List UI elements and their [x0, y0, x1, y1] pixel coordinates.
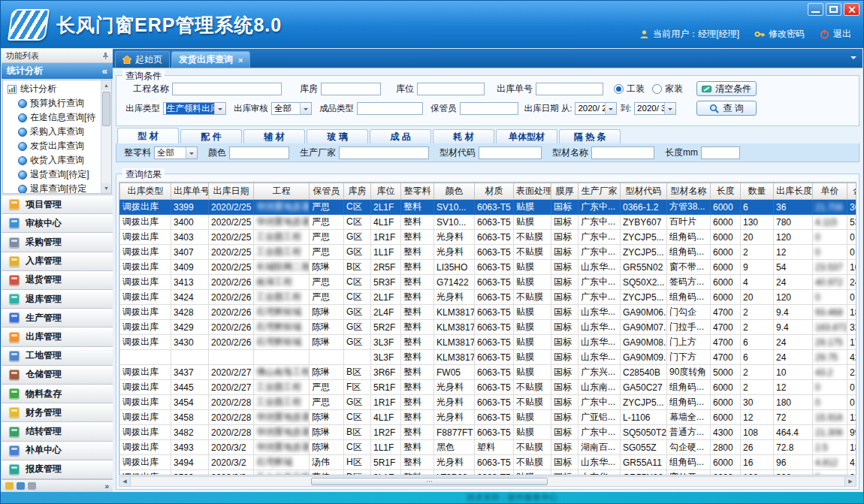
scroll-down-icon[interactable]: ▼ — [101, 183, 111, 193]
tab-home[interactable]: 起始页 — [115, 51, 170, 68]
column-header[interactable]: 库位 — [371, 183, 401, 200]
date-to-picker[interactable]: 2020/ 3/16 — [634, 102, 676, 115]
sidebar-menu-item[interactable]: 退货管理 — [2, 271, 113, 290]
sidebar-menu-item[interactable]: 审核中心 — [2, 214, 113, 233]
location-input[interactable] — [417, 83, 485, 95]
column-header[interactable]: 出库单号 — [171, 183, 209, 200]
tree-item[interactable]: 退库查询[待定 — [3, 182, 111, 194]
radio-gongzhuang[interactable]: 工装 — [614, 83, 645, 95]
tree-scrollbar[interactable]: ▲ ▼ — [101, 80, 111, 193]
material-tab[interactable]: 耗 材 — [433, 129, 494, 143]
audit-select[interactable]: 全部 — [271, 102, 312, 115]
sidebar-menu-item[interactable]: 物料盘存 — [2, 385, 113, 403]
length-input[interactable] — [701, 146, 740, 159]
table-row[interactable]: 调拨出库34542020/2/28工业园工程严思G区1R1F整料光身料6063-… — [120, 395, 857, 410]
table-row[interactable]: 调拨出库34302020/2/26石湾辉煌城陈琳G区3L3F整料KLM38176… — [120, 335, 857, 350]
chevron-right-icon[interactable]: » — [104, 482, 109, 490]
column-header[interactable]: 工程 — [254, 183, 310, 200]
maker-input[interactable] — [339, 146, 429, 159]
column-header[interactable]: 整零料 — [401, 183, 434, 200]
column-header[interactable]: 材质 — [475, 183, 514, 200]
sidebar-menu-item[interactable]: 结转管理 — [2, 422, 113, 441]
table-row[interactable]: 调拨出库34282020/2/26石湾辉煌城陈琳G区2L4F整料KLM38176… — [120, 305, 857, 320]
column-header[interactable]: 生产厂家 — [579, 183, 621, 200]
window-icon[interactable] — [28, 482, 36, 490]
column-header[interactable]: 长度 — [711, 183, 741, 200]
outbound-type-select[interactable]: 生产领料出库 — [163, 102, 226, 115]
sidebar-menu-item[interactable]: 财务管理 — [2, 403, 113, 422]
sidebar-menu-item[interactable]: 退库管理 — [2, 290, 113, 309]
radio-jiazhuang[interactable]: 家装 — [652, 83, 683, 95]
tree-item[interactable]: 发货出库查询 — [3, 139, 111, 153]
sidebar-menu-item[interactable]: 生产管理 — [2, 309, 113, 327]
table-row[interactable]: 调拨出库34932020/3/2华润置地原著陈琳C区1L1F整料黑色塑料不贴膜国… — [120, 440, 857, 455]
table-row[interactable]: 调拨出库34072020/2/25工业园工程严思G区1L1F整料光身料6063-… — [120, 245, 857, 260]
tree-item[interactable]: 预算执行查询 — [3, 96, 111, 110]
table-row[interactable]: 调拨出库34292020/2/26石湾辉煌城陈琳G区5R2F整料KLM38176… — [120, 320, 857, 335]
scrollbar-thumb[interactable] — [311, 478, 548, 485]
sidebar-menu-item[interactable]: 项目管理 — [2, 195, 113, 214]
tree-item[interactable]: 在途信息查询[待 — [3, 110, 111, 125]
material-tab[interactable]: 辅 材 — [243, 129, 305, 143]
table-row[interactable]: 调拨出库34372020/2/27佛山南海工程陈琳B区3R6F整料FW05606… — [120, 365, 857, 380]
table-row[interactable]: 调拨出库35002020/3/3工人公共工程曹佳D区3L1F整料LT3P6060… — [120, 470, 857, 476]
tree-item[interactable]: 采购入库查询 — [3, 125, 111, 139]
column-header[interactable]: 出库长度 — [774, 183, 813, 200]
close-button[interactable] — [844, 3, 859, 16]
change-password-button[interactable]: 修改密码 — [754, 28, 805, 41]
product-type-input[interactable] — [357, 102, 423, 115]
table-row[interactable]: 调拨出库34132020/2/26南湖工程严思C区5R3F整料G71422606… — [120, 275, 857, 290]
sidebar-menu-item[interactable]: 采购管理 — [2, 233, 113, 252]
date-from-picker[interactable]: 2020/ 2/16 — [575, 102, 617, 115]
column-header[interactable]: 颜色 — [434, 183, 475, 200]
collapse-icon[interactable]: « — [102, 65, 107, 77]
table-row[interactable]: 3L3F整料KLM38176063-T5贴膜国标山东华...GA90M09...… — [120, 350, 857, 365]
table-row[interactable]: 调拨出库33992020/2/25华润置地原著严思C区2L1F整料SV10...… — [120, 200, 857, 215]
column-header[interactable]: 型材名称 — [667, 183, 711, 200]
tab-outbound-query[interactable]: 发货出库查询 × — [171, 51, 250, 68]
keeper-input[interactable] — [460, 102, 518, 115]
material-tab[interactable]: 配 件 — [180, 129, 242, 143]
tab-close-icon[interactable]: × — [238, 56, 243, 65]
material-tab[interactable]: 单体型材 — [496, 129, 557, 143]
maximize-button[interactable] — [826, 3, 841, 16]
column-header[interactable]: 保管员 — [310, 183, 344, 200]
tree-item[interactable]: 收货入库查询 — [3, 153, 111, 167]
sidebar-section-header[interactable]: 统计分析 « — [2, 63, 113, 79]
sidebar-menu-item[interactable]: 工地管理 — [2, 347, 113, 366]
sidebar-menu-item[interactable]: 仓储管理 — [2, 366, 113, 385]
table-row[interactable]: 调拨出库34242020/2/26工业园工程严思C区2L1F整料光身料6063-… — [120, 290, 857, 305]
material-tab[interactable]: 成 品 — [370, 129, 431, 143]
minimize-button[interactable] — [808, 3, 823, 16]
column-header[interactable]: 出库类型 — [120, 183, 171, 200]
order-no-input[interactable] — [536, 83, 603, 95]
pin-icon[interactable] — [102, 53, 109, 59]
tree-item[interactable]: 退货查询[待定] — [3, 167, 111, 182]
scroll-up-icon[interactable]: ▲ — [101, 80, 111, 90]
computer-icon[interactable] — [17, 482, 25, 490]
horizontal-scrollbar[interactable]: ◀ ▶ — [119, 476, 856, 487]
sidebar-menu-item[interactable]: 入库管理 — [2, 252, 113, 271]
profile-name-input[interactable] — [591, 146, 654, 159]
warehouse-input[interactable] — [321, 83, 381, 95]
material-tab[interactable]: 隔 热 条 — [559, 129, 621, 143]
table-row[interactable]: 调拨出库34822020/2/28华润置地原著陈琳B区1R2F整料F8877FT… — [120, 425, 857, 440]
zhengling-select[interactable]: 全部 — [154, 146, 198, 159]
column-header[interactable]: 金额 — [847, 183, 857, 200]
column-header[interactable]: 单价 — [813, 183, 847, 200]
table-row[interactable]: 调拨出库34452020/2/27工业园工程严思F区5R1F整料光身料6063-… — [120, 380, 857, 395]
search-button[interactable]: 查 询 — [696, 101, 757, 116]
column-header[interactable]: 表面处理 — [514, 183, 551, 200]
tree-scrollbar-thumb[interactable] — [102, 92, 110, 126]
material-tab[interactable]: 玻 璃 — [307, 129, 368, 143]
column-header[interactable]: 数量 — [741, 183, 774, 200]
sidebar-menu-item[interactable]: 报废管理 — [2, 460, 113, 479]
color-input[interactable] — [229, 146, 289, 159]
logout-button[interactable]: 退出 — [820, 28, 851, 41]
sidebar-menu-item[interactable]: 补单中心 — [2, 442, 113, 460]
sidebar-menu-item[interactable]: 出库管理 — [2, 327, 113, 346]
scroll-right-icon[interactable]: ▶ — [844, 477, 856, 486]
table-row[interactable]: 调拨出库34032020/2/25工业园工程严思G区1R1F整料光身料6063-… — [120, 230, 857, 245]
material-tab[interactable]: 型 材 — [117, 128, 179, 143]
folder-icon[interactable] — [5, 482, 14, 490]
